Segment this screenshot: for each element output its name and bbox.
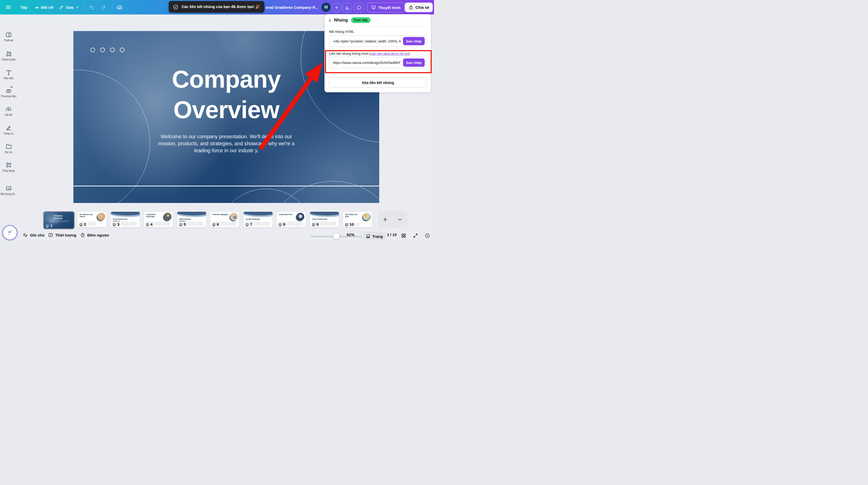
redo-icon: [100, 4, 106, 10]
thumbnail-title: Competitive Landscape: [146, 213, 162, 218]
cloud-check-icon: [116, 4, 123, 10]
edit-button[interactable]: Sửa: [59, 0, 79, 15]
live-badge: Trực tiếp: [351, 17, 371, 23]
canva-editor: Company Overview Welcome to our company …: [0, 0, 434, 242]
slide-thumbnail-2[interactable]: Our Mission and Values 2: [78, 212, 106, 227]
presentation-icon: [79, 223, 83, 226]
back-button[interactable]: ‹: [329, 17, 331, 24]
insights-button[interactable]: [343, 3, 352, 12]
svg-text:?: ?: [427, 234, 428, 237]
delete-embed-link-button[interactable]: Xóa liên kết nhúng: [329, 78, 427, 88]
resize-label: Đổi cỡ: [41, 5, 53, 9]
sidebar-item-design[interactable]: Thiết kế: [0, 32, 17, 42]
sidebar-label: Công cụ: [3, 132, 13, 135]
add-member-button[interactable]: [332, 3, 341, 12]
help-button[interactable]: ?: [425, 233, 430, 238]
upload-cloud-icon: [5, 106, 12, 112]
share-label: Chia sẻ: [415, 5, 429, 9]
thumbnail-title: Company Overview: [51, 215, 66, 220]
sidebar-item-elements[interactable]: Thành phần: [0, 51, 17, 61]
draw-icon: [5, 124, 12, 131]
slide-thumbnail-6[interactable]: Financial Highlights 6: [210, 212, 239, 227]
sidebar-label: Thương hiệu: [1, 95, 17, 98]
fullscreen-button[interactable]: [413, 233, 418, 238]
toast-notification: Các liên kết nhúng của bạn đã được tạo! …: [169, 1, 264, 13]
menu-button[interactable]: [5, 0, 11, 15]
thumbnail-number: 10: [349, 222, 354, 226]
grid-view-button[interactable]: [401, 233, 406, 238]
duration-icon: [48, 232, 53, 237]
presentation-icon: [212, 223, 215, 226]
slide-thumbnail-9[interactable]: Client Testimonials 9: [310, 212, 339, 227]
sidebar-label: Ứng dụng: [3, 169, 15, 172]
apps-icon: [5, 162, 12, 168]
sidebar-item-brand[interactable]: co Thương hiệu: [0, 87, 17, 98]
slide-thumbnail-1[interactable]: Company Overview 1: [43, 211, 75, 229]
duration-label: Thời lượng: [55, 233, 76, 237]
thumbnail-photo: [363, 213, 371, 221]
plus-icon: [334, 5, 339, 10]
thumbnail-photo: [97, 213, 105, 221]
avatar[interactable]: H: [321, 3, 331, 12]
toolbar-divider: [112, 4, 113, 11]
html-embed-value: <div style="position: relative; width: 1…: [333, 36, 402, 47]
presentation-icon: [113, 223, 116, 226]
collapse-thumbnails-button[interactable]: [398, 217, 402, 222]
presentation-icon: [312, 223, 315, 226]
sidebar-item-uploads[interactable]: Tải lên: [0, 106, 17, 116]
sidebar-item-text[interactable]: Văn bản: [0, 69, 17, 80]
sidebar-label: Tải lên: [4, 113, 13, 116]
notes-button[interactable]: Ghi chú: [23, 232, 44, 237]
thumbnail-number: 7: [250, 222, 252, 226]
duration-button[interactable]: Thời lượng: [48, 232, 76, 237]
grid-view-icon: [401, 233, 406, 238]
slide-subtitle[interactable]: Welcome to our company presentation. We'…: [156, 133, 297, 154]
countdown-button[interactable]: Đếm ngược: [80, 232, 109, 237]
zoom-value[interactable]: 62%: [347, 232, 354, 237]
sidebar-label: Thiết kế: [4, 39, 13, 42]
slide-thumbnail-3[interactable]: Key Products and Services 3: [111, 212, 140, 227]
help-icon: ?: [425, 233, 430, 238]
copy-html-button[interactable]: Sao chép: [403, 37, 425, 45]
redo-button[interactable]: [100, 0, 106, 15]
thumbnail-number: 6: [217, 222, 219, 226]
slide-thumbnail-4[interactable]: Competitive Landscape 4: [144, 212, 173, 227]
file-menu-button[interactable]: Tệp: [21, 0, 27, 15]
html-embed-input[interactable]: <div style="position: relative; width: 1…: [329, 35, 426, 47]
present-label: Thuyết trình: [378, 5, 401, 10]
present-button[interactable]: Thuyết trình: [367, 3, 405, 12]
sidebar-item-magic-media[interactable]: Nội dung M...: [0, 185, 17, 195]
slide-thumbnail-7[interactable]: Growth Strategies 7: [244, 212, 273, 227]
page-view-button[interactable]: Trang: [363, 232, 386, 241]
undo-button[interactable]: [89, 0, 95, 15]
thumbnail-photo: [230, 213, 238, 221]
toast-message: Các liên kết nhúng của bạn đã được tạo! …: [182, 5, 260, 9]
resize-button[interactable]: Đổi cỡ: [35, 0, 53, 15]
text-icon: [5, 69, 12, 76]
toolbar-divider: [85, 4, 85, 11]
thumbnail-title: Leadership Team: [279, 213, 295, 216]
zoom-slider-handle[interactable]: [333, 233, 339, 239]
hamburger-icon: [5, 4, 11, 10]
comments-button[interactable]: [354, 3, 364, 12]
document-title[interactable]: onal Gradients Company P...: [266, 0, 320, 15]
thumbnail-number: 4: [150, 222, 152, 226]
share-icon: [408, 5, 413, 10]
slide-thumbnail-10[interactable]: Next Steps and Q&A 10: [343, 212, 372, 227]
sidebar-item-projects[interactable]: Dự án: [0, 143, 17, 153]
slide-thumbnail-5[interactable]: Differentiating Factors 5: [177, 212, 206, 227]
page-view-label: Trang: [372, 234, 383, 239]
decor-line: [73, 186, 379, 187]
add-page-button[interactable]: [382, 217, 388, 222]
add-page-controls: [378, 211, 407, 228]
undo-icon: [89, 4, 95, 10]
share-button[interactable]: Chia sẻ: [405, 3, 433, 12]
slide-thumbnail-8[interactable]: Leadership Team 8: [277, 212, 306, 227]
sidebar-item-tools[interactable]: Công cụ: [0, 124, 17, 135]
cloud-save-status[interactable]: [116, 0, 123, 15]
pencil-icon: [59, 5, 64, 10]
sidebar-item-apps[interactable]: Ứng dụng: [0, 162, 17, 172]
page-view-icon: [366, 234, 370, 239]
presentation-icon: [278, 223, 282, 226]
thumbnail-title: Financial Highlights: [212, 213, 228, 216]
